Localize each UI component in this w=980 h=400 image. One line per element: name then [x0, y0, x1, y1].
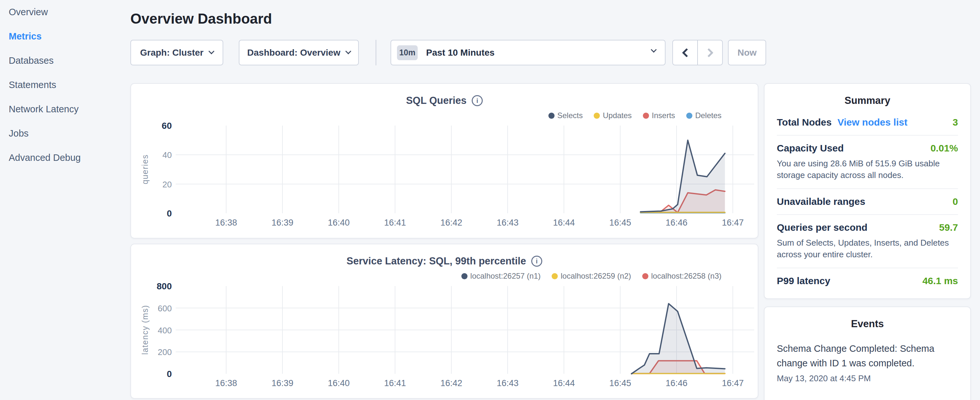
graph-dropdown-label: Graph: Cluster — [140, 48, 204, 58]
sidebar-item-overview[interactable]: Overview — [9, 0, 130, 24]
summary-row-total-nodes: Total NodesView nodes list3 — [777, 110, 958, 135]
x-axis-tick-label: 16:41 — [384, 218, 406, 228]
time-prev-button[interactable] — [673, 40, 697, 65]
sidebar-item-databases[interactable]: Databases — [9, 49, 130, 73]
y-axis-tick-label: 60 — [162, 121, 172, 131]
service-latency-chart[interactable]: 16:3816:3916:4016:4116:4216:4316:4416:45… — [131, 244, 758, 398]
time-next-button[interactable] — [697, 40, 722, 65]
summary-row-value: 46.1 ms — [923, 276, 958, 287]
events-title: Events — [765, 307, 970, 330]
summary-row-head: Total NodesView nodes list3 — [777, 117, 958, 128]
x-axis-tick-label: 16:46 — [665, 218, 687, 228]
summary-row-description: Sum of Selects, Updates, Inserts, and De… — [777, 237, 958, 261]
dashboard-dropdown[interactable]: Dashboard: Overview — [239, 40, 359, 65]
x-axis-tick-label: 16:39 — [272, 218, 293, 228]
summary-row-queries-per-second: Queries per second59.7Sum of Selects, Up… — [777, 215, 958, 268]
summary-row-value: 0.01% — [931, 143, 958, 154]
chevron-down-icon — [208, 48, 214, 54]
chevron-right-icon — [704, 48, 713, 57]
time-range-dropdown[interactable]: 10m Past 10 Minutes — [390, 40, 665, 65]
x-axis-tick-label: 16:38 — [215, 218, 237, 228]
chevron-down-icon — [651, 46, 657, 53]
y-axis-tick-label: 0 — [167, 369, 172, 379]
event-text: Schema Change Completed: Schema change w… — [777, 341, 958, 371]
x-axis-tick-label: 16:46 — [665, 378, 687, 388]
time-range-label: Past 10 Minutes — [426, 48, 495, 58]
time-step-buttons — [672, 40, 723, 65]
chart-gridlines — [176, 126, 754, 213]
x-axis-tick-label: 16:44 — [553, 378, 575, 388]
chevron-down-icon — [345, 48, 351, 54]
sidebar-item-network-latency[interactable]: Network Latency — [9, 97, 130, 121]
y-axis-tick-label: 200 — [158, 347, 172, 357]
x-axis-tick-label: 16:43 — [496, 218, 519, 228]
summary-row-head: Capacity Used0.01% — [777, 143, 958, 154]
y-axis-tick-label: 40 — [162, 150, 172, 160]
summary-row-description: You are using 28.6 MiB of 515.9 GiB usab… — [777, 158, 958, 181]
x-axis-tick-label: 16:43 — [496, 378, 519, 388]
graph-dropdown[interactable]: Graph: Cluster — [130, 40, 223, 65]
summary-row-label: Capacity Used — [777, 143, 844, 154]
chevron-left-icon — [682, 48, 691, 57]
y-axis-tick-label: 400 — [158, 325, 172, 335]
controls-divider — [375, 40, 376, 65]
y-axis-tick-label: 800 — [157, 281, 172, 291]
summary-row-head: Queries per second59.7 — [777, 222, 958, 233]
events-panel: Events Schema Change Completed: Schema c… — [764, 306, 971, 400]
summary-row-unavailable-ranges: Unavailable ranges0 — [777, 189, 958, 215]
summary-row-head: P99 latency46.1 ms — [777, 276, 958, 287]
summary-row-head: Unavailable ranges0 — [777, 196, 958, 207]
summary-row-value: 59.7 — [939, 222, 958, 233]
event-item[interactable]: Schema Change Completed: Schema change w… — [765, 330, 970, 384]
x-axis-tick-label: 16:40 — [328, 218, 350, 228]
summary-row-value: 3 — [953, 117, 958, 128]
sidebar: OverviewMetricsDatabasesStatementsNetwor… — [0, 0, 130, 400]
sidebar-item-advanced-debug[interactable]: Advanced Debug — [9, 146, 130, 170]
view-nodes-link[interactable]: View nodes list — [837, 117, 907, 128]
service-latency-card: Service Latency: SQL, 99th percentile i … — [130, 244, 758, 399]
dashboard-dropdown-label: Dashboard: Overview — [247, 48, 340, 58]
sidebar-item-jobs[interactable]: Jobs — [9, 121, 130, 146]
summary-title: Summary — [765, 84, 970, 107]
now-button[interactable]: Now — [728, 40, 766, 65]
y-axis-unit-label: queries — [140, 155, 150, 185]
summary-row-label: Total Nodes — [777, 117, 832, 128]
x-axis-tick-label: 16:45 — [609, 378, 631, 388]
x-axis-tick-label: 16:40 — [328, 378, 350, 388]
time-range-badge: 10m — [397, 45, 418, 60]
summary-row-label: P99 latency — [777, 276, 830, 287]
x-axis-tick-label: 16:42 — [440, 218, 462, 228]
summary-row-label: Queries per second — [777, 222, 867, 233]
sql-queries-card: SQL Queries i SelectsUpdatesInsertsDelet… — [130, 83, 758, 239]
page-title: Overview Dashboard — [130, 11, 272, 27]
x-axis-tick-label: 16:39 — [272, 378, 293, 388]
y-axis-unit-label: latency (ms) — [140, 305, 150, 355]
summary-row-capacity-used: Capacity Used0.01%You are using 28.6 MiB… — [777, 135, 958, 189]
series-area-selects — [641, 140, 725, 213]
x-axis-tick-label: 16:38 — [215, 378, 237, 388]
sidebar-item-statements[interactable]: Statements — [9, 73, 130, 97]
event-timestamp: May 13, 2020 at 4:45 PM — [777, 373, 958, 384]
sidebar-item-metrics[interactable]: Metrics — [9, 24, 130, 49]
summary-panel: Summary Total NodesView nodes list3Capac… — [764, 83, 971, 299]
y-axis-tick-label: 20 — [162, 180, 172, 189]
summary-row-value: 0 — [953, 196, 958, 207]
x-axis-tick-label: 16:44 — [553, 218, 575, 228]
x-axis-tick-label: 16:42 — [440, 378, 462, 388]
y-axis-tick-label: 0 — [167, 209, 172, 218]
y-axis-tick-label: 600 — [158, 304, 172, 313]
summary-row-label: Unavailable ranges — [777, 196, 865, 207]
summary-row-p99-latency: P99 latency46.1 ms — [777, 268, 958, 293]
sql-queries-chart[interactable]: 16:3816:3916:4016:4116:4216:4316:4416:45… — [131, 84, 758, 238]
x-axis-tick-label: 16:47 — [722, 378, 744, 388]
x-axis-tick-label: 16:41 — [384, 378, 406, 388]
x-axis-tick-label: 16:45 — [609, 218, 631, 228]
x-axis-tick-label: 16:47 — [722, 218, 744, 228]
